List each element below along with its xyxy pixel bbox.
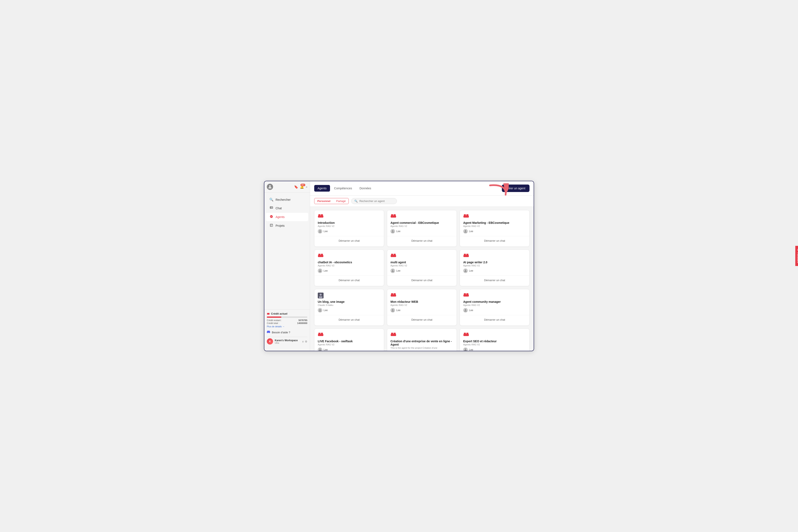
- svg-rect-13: [391, 214, 393, 216]
- agent-card[interactable]: Agent community manager Agentic RAG V2 L…: [460, 289, 530, 326]
- sidebar-item-chat[interactable]: Chat: [266, 204, 308, 212]
- agent-card-icon: [318, 332, 380, 338]
- agent-user: Lee: [391, 268, 453, 273]
- credit-total-row: Crédit total : 14000000: [267, 322, 307, 324]
- agents-grid: Introduction Agentic RAG V2 Lee Démarrer…: [314, 210, 530, 351]
- agent-card-icon: [463, 292, 526, 299]
- help-section[interactable]: Besoin d'aide ?: [267, 330, 307, 335]
- svg-rect-32: [394, 293, 396, 295]
- bookmark-icon[interactable]: 🔖: [294, 185, 298, 189]
- filter-personal-button[interactable]: Personnel: [315, 198, 333, 204]
- chat-icon: [269, 206, 273, 210]
- search-box: 🔍: [351, 198, 397, 204]
- app-container: 🔖 🔔 99+ » 🔍 Rechercher Chat: [264, 181, 534, 351]
- user-avatar: [391, 308, 395, 312]
- agent-card[interactable]: Agent Marketing - EBCosmetique Agentic R…: [460, 210, 530, 247]
- agent-name: Agent community manager: [463, 300, 526, 303]
- start-chat-button[interactable]: Démarrer un chat: [391, 317, 453, 322]
- agent-user: Lee: [318, 268, 380, 273]
- notification-badge[interactable]: 🔔 99+: [300, 185, 304, 189]
- sidebar-item-projects[interactable]: Projets: [266, 222, 308, 230]
- feedback-tab[interactable]: ✉ Feedback: [795, 246, 798, 266]
- tab-donnees[interactable]: Données: [356, 185, 375, 192]
- sidebar-item-agents[interactable]: Agents: [266, 213, 308, 221]
- filter-shared-button[interactable]: Partagé: [333, 198, 349, 204]
- avatar[interactable]: [267, 184, 273, 190]
- user-name: Lee: [324, 230, 328, 233]
- sidebar-bottom: Crédit actuel Crédit restant : 5078785 C…: [264, 309, 310, 348]
- svg-rect-11: [321, 214, 323, 216]
- svg-rect-0: [270, 207, 273, 208]
- search-input[interactable]: [359, 200, 394, 203]
- agent-thumbnail: [318, 292, 324, 299]
- tab-agents[interactable]: Agents: [314, 185, 330, 192]
- agent-card[interactable]: Un blog, une image Claude 3 Haiku Lee Dé…: [314, 289, 384, 326]
- feedback-label: Feedback: [797, 252, 798, 263]
- sidebar-chat-label: Chat: [276, 207, 282, 210]
- feedback-icon: ✉: [797, 249, 798, 251]
- tab-competences[interactable]: Compétences: [331, 185, 355, 192]
- search-icon: 🔍: [269, 197, 273, 202]
- agent-card[interactable]: Introduction Agentic RAG V2 Lee Démarrer…: [314, 210, 384, 247]
- agent-card[interactable]: Expert SEO et rédacteur Agentic RAG V2 L…: [460, 328, 530, 351]
- agent-name: Mon rédacteur WEB: [391, 300, 453, 303]
- more-details-link[interactable]: Plus de details →: [267, 325, 307, 328]
- svg-rect-37: [318, 333, 320, 335]
- credit-bar-fill: [267, 317, 281, 318]
- svg-rect-44: [466, 333, 469, 335]
- workspace-avatar: K: [267, 338, 273, 345]
- start-chat-button[interactable]: Démarrer un chat: [391, 278, 453, 283]
- workspace-name: Karen's Workspace: [275, 339, 300, 342]
- agent-card[interactable]: LIVE Facebook - swiftask Agentic RAG V2 …: [314, 328, 384, 351]
- agent-card-icon: [463, 332, 526, 338]
- svg-point-28: [320, 293, 322, 296]
- agent-card[interactable]: AI page writer 2.0 Agentic RAG V2 Lee Dé…: [460, 250, 530, 286]
- start-chat-button[interactable]: Démarrer un chat: [318, 239, 380, 243]
- credit-remaining-row: Crédit restant : 5078785: [267, 319, 307, 322]
- agent-card-icon: [391, 292, 453, 299]
- collapse-icon[interactable]: »: [306, 185, 307, 189]
- user-avatar: [463, 347, 468, 351]
- user-name: Lee: [324, 309, 328, 312]
- start-chat-button[interactable]: Démarrer un chat: [318, 278, 380, 283]
- search-icon: 🔍: [354, 200, 358, 203]
- sidebar-projects-label: Projets: [276, 224, 285, 227]
- start-chat-button[interactable]: Démarrer un chat: [391, 239, 453, 243]
- start-chat-button[interactable]: Démarrer un chat: [463, 278, 526, 283]
- start-chat-button[interactable]: Démarrer un chat: [318, 317, 380, 322]
- agent-card-icon: [463, 253, 526, 259]
- svg-rect-14: [394, 214, 396, 216]
- workspace-settings-icon[interactable]: ⚙: [305, 340, 307, 343]
- agent-card-icon: [391, 332, 453, 338]
- workspace-chevron-icon[interactable]: ∨: [302, 340, 304, 343]
- filter-toggle: Personnel Partagé: [314, 198, 349, 204]
- svg-rect-23: [394, 254, 396, 255]
- svg-rect-41: [394, 333, 396, 335]
- agent-name: Agent Marketing - EBCosmetique: [463, 221, 526, 225]
- start-chat-button[interactable]: Démarrer un chat: [463, 317, 526, 322]
- card-divider: [460, 276, 529, 276]
- start-chat-button[interactable]: Démarrer un chat: [463, 239, 526, 243]
- agent-card[interactable]: multi agent Agentic RAG V2 Lee Démarrer …: [387, 250, 457, 286]
- agent-user: Lee: [463, 308, 526, 312]
- agent-card[interactable]: Création d'une entreprise de vente en li…: [387, 328, 457, 351]
- agent-name: LIVE Facebook - swiftask: [318, 340, 380, 343]
- agent-card[interactable]: Mon rédacteur WEB Agentic RAG V2 Lee Dém…: [387, 289, 457, 326]
- agent-model: Agentic RAG V2: [318, 264, 380, 267]
- agent-user: Lee: [391, 308, 453, 312]
- sidebar-item-search[interactable]: 🔍 Rechercher: [266, 195, 308, 204]
- workspace-section: K Karen's Workspace Ultra ∨ ⚙: [267, 337, 307, 346]
- agent-card[interactable]: chatbot IA - ebcosmetics Agentic RAG V2 …: [314, 250, 384, 286]
- agent-name: Création d'une entreprise de vente en li…: [391, 340, 453, 346]
- svg-rect-17: [466, 214, 469, 216]
- svg-rect-7: [267, 313, 269, 315]
- agent-icon: [391, 292, 396, 299]
- svg-rect-20: [321, 254, 323, 255]
- user-name: Lee: [469, 230, 473, 233]
- credit-title: Crédit actuel: [267, 312, 307, 315]
- agent-card[interactable]: Agent commercial - EBCosmetique Agentic …: [387, 210, 457, 247]
- agent-icon: [463, 332, 469, 338]
- agent-card-icon: [463, 214, 526, 220]
- user-avatar: [318, 268, 322, 273]
- svg-rect-16: [464, 214, 466, 216]
